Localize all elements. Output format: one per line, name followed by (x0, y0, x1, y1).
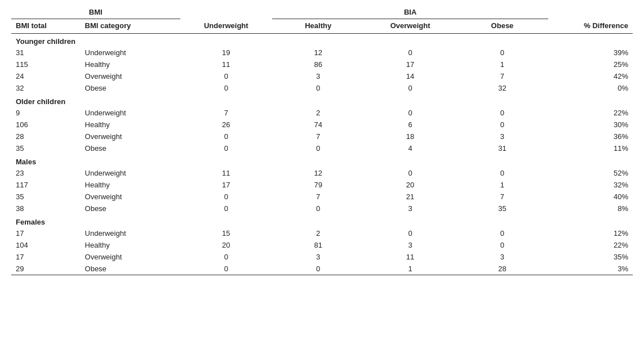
cell-category: Healthy (81, 119, 180, 131)
cell-pct-diff: 36% (548, 131, 633, 142)
cell-obese: 28 (456, 263, 548, 275)
section-header-row: Females (11, 214, 633, 227)
cell-overweight: 18 (364, 131, 456, 142)
cell-overweight: 6 (364, 119, 456, 131)
empty-right (548, 6, 633, 19)
cell-healthy: 86 (272, 59, 364, 70)
table-row: 17 Underweight 15 2 0 0 12% (11, 227, 633, 239)
cell-underweight: 0 (180, 263, 272, 275)
cell-underweight: 20 (180, 239, 272, 251)
cell-underweight: 7 (180, 107, 272, 119)
cell-category: Overweight (81, 191, 180, 203)
cell-overweight: 4 (364, 142, 456, 154)
section-header-row: Older children (11, 94, 633, 107)
table-row: 35 Overweight 0 7 21 7 40% (11, 191, 633, 203)
table-row: 35 Obese 0 0 4 31 11% (11, 142, 633, 154)
cell-healthy: 74 (272, 119, 364, 131)
cell-overweight: 1 (364, 263, 456, 275)
cell-total: 117 (11, 179, 81, 191)
cell-category: Obese (81, 82, 180, 94)
table-row: 24 Overweight 0 3 14 7 42% (11, 70, 633, 82)
cell-obese: 0 (456, 47, 548, 59)
cell-pct-diff: 25% (548, 59, 633, 70)
cell-healthy: 7 (272, 131, 364, 142)
cell-total: 17 (11, 251, 81, 263)
cell-obese: 32 (456, 82, 548, 94)
cell-pct-diff: 30% (548, 119, 633, 131)
cell-pct-diff: 11% (548, 142, 633, 154)
cell-obese: 31 (456, 142, 548, 154)
col-healthy: Healthy (272, 19, 364, 34)
cell-healthy: 12 (272, 47, 364, 59)
table-row: 104 Healthy 20 81 3 0 22% (11, 239, 633, 251)
cell-underweight: 19 (180, 47, 272, 59)
cell-obese: 1 (456, 59, 548, 70)
cell-underweight: 0 (180, 70, 272, 82)
cell-category: Healthy (81, 239, 180, 251)
cell-total: 9 (11, 107, 81, 119)
cell-pct-diff: 32% (548, 179, 633, 191)
cell-pct-diff: 12% (548, 227, 633, 239)
cell-healthy: 7 (272, 191, 364, 203)
cell-underweight: 11 (180, 59, 272, 70)
cell-total: 35 (11, 191, 81, 203)
cell-pct-diff: 0% (548, 82, 633, 94)
cell-total: 28 (11, 131, 81, 142)
cell-underweight: 17 (180, 179, 272, 191)
cell-obese: 0 (456, 107, 548, 119)
cell-obese: 3 (456, 251, 548, 263)
cell-overweight: 0 (364, 107, 456, 119)
col-bmi-category: BMI category (81, 19, 180, 34)
table-row: 38 Obese 0 0 3 35 8% (11, 203, 633, 214)
cell-healthy: 12 (272, 167, 364, 179)
cell-overweight: 11 (364, 251, 456, 263)
cell-obese: 7 (456, 70, 548, 82)
cell-category: Underweight (81, 107, 180, 119)
cell-pct-diff: 22% (548, 239, 633, 251)
cell-total: 115 (11, 59, 81, 70)
cell-category: Healthy (81, 59, 180, 70)
cell-obese: 0 (456, 227, 548, 239)
cell-overweight: 0 (364, 167, 456, 179)
col-header-row: BMI total BMI category Underweight Healt… (11, 19, 633, 34)
cell-underweight: 0 (180, 142, 272, 154)
table-row: 23 Underweight 11 12 0 0 52% (11, 167, 633, 179)
table-row: 115 Healthy 11 86 17 1 25% (11, 59, 633, 70)
cell-pct-diff: 35% (548, 251, 633, 263)
cell-healthy: 0 (272, 203, 364, 214)
cell-overweight: 0 (364, 227, 456, 239)
cell-pct-diff: 40% (548, 191, 633, 203)
table-row: 29 Obese 0 0 1 28 3% (11, 263, 633, 275)
cell-overweight: 14 (364, 70, 456, 82)
cell-category: Overweight (81, 70, 180, 82)
cell-pct-diff: 22% (548, 107, 633, 119)
cell-healthy: 79 (272, 179, 364, 191)
section-label: Older children (11, 94, 633, 107)
cell-underweight: 0 (180, 203, 272, 214)
cell-total: 38 (11, 203, 81, 214)
cell-total: 104 (11, 239, 81, 251)
cell-total: 35 (11, 142, 81, 154)
cell-overweight: 3 (364, 239, 456, 251)
cell-total: 17 (11, 227, 81, 239)
cell-total: 32 (11, 82, 81, 94)
cell-obese: 35 (456, 203, 548, 214)
col-underweight: Underweight (180, 19, 272, 34)
cell-healthy: 81 (272, 239, 364, 251)
cell-obese: 7 (456, 191, 548, 203)
cell-overweight: 20 (364, 179, 456, 191)
cell-healthy: 0 (272, 82, 364, 94)
cell-healthy: 0 (272, 263, 364, 275)
cell-category: Obese (81, 142, 180, 154)
cell-underweight: 15 (180, 227, 272, 239)
cell-category: Underweight (81, 47, 180, 59)
cell-healthy: 3 (272, 251, 364, 263)
cell-category: Underweight (81, 167, 180, 179)
section-label: Younger children (11, 34, 633, 47)
col-pct-diff: % Difference (548, 19, 633, 34)
col-overweight: Overweight (364, 19, 456, 34)
section-label: Females (11, 214, 633, 227)
cell-category: Underweight (81, 227, 180, 239)
cell-category: Obese (81, 263, 180, 275)
cell-pct-diff: 42% (548, 70, 633, 82)
